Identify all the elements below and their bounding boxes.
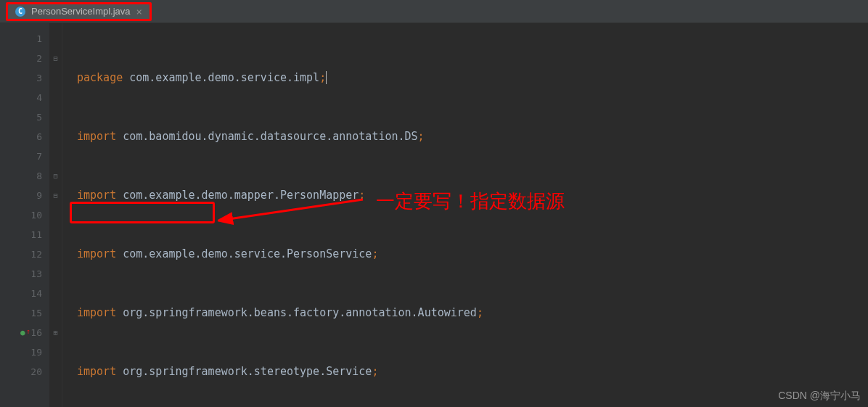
code-line: import org.springframework.stereotype.Se…	[77, 362, 647, 382]
code-line: import com.example.demo.mapper.PersonMap…	[77, 186, 647, 205]
fold-icon[interactable]: ⊟	[49, 186, 62, 205]
java-class-icon: C	[15, 7, 25, 17]
tab-filename: PersonServiceImpl.java	[31, 6, 131, 17]
code-editor[interactable]: 1 2 3 4 5 6 7 8 9 10 11 12 13 14 15 ●16 …	[0, 23, 868, 407]
code-line: package com.example.demo.service.impl;	[77, 68, 647, 88]
watermark: CSDN @海宁小马	[778, 390, 861, 403]
code-area[interactable]: package com.example.demo.service.impl; i…	[62, 23, 647, 407]
file-tab[interactable]: C PersonServiceImpl.java ×	[6, 2, 152, 21]
close-icon[interactable]: ×	[136, 6, 142, 17]
code-line: import com.baomidou.dynamic.datasource.a…	[77, 127, 647, 147]
line-gutter: 1 2 3 4 5 6 7 8 9 10 11 12 13 14 15 ●16 …	[0, 23, 49, 407]
fold-icon[interactable]: ⊟	[49, 166, 62, 186]
tab-bar: C PersonServiceImpl.java ×	[0, 0, 868, 23]
code-line: import org.springframework.beans.factory…	[77, 303, 647, 323]
fold-icon[interactable]: ⊟	[49, 49, 62, 68]
fold-icon[interactable]: ⊞	[49, 323, 62, 342]
fold-column: ⊟ ⊟⊟ ⊞	[49, 23, 62, 407]
code-line: import com.example.demo.service.PersonSe…	[77, 244, 647, 264]
run-gutter-icon[interactable]: ●	[20, 323, 30, 342]
